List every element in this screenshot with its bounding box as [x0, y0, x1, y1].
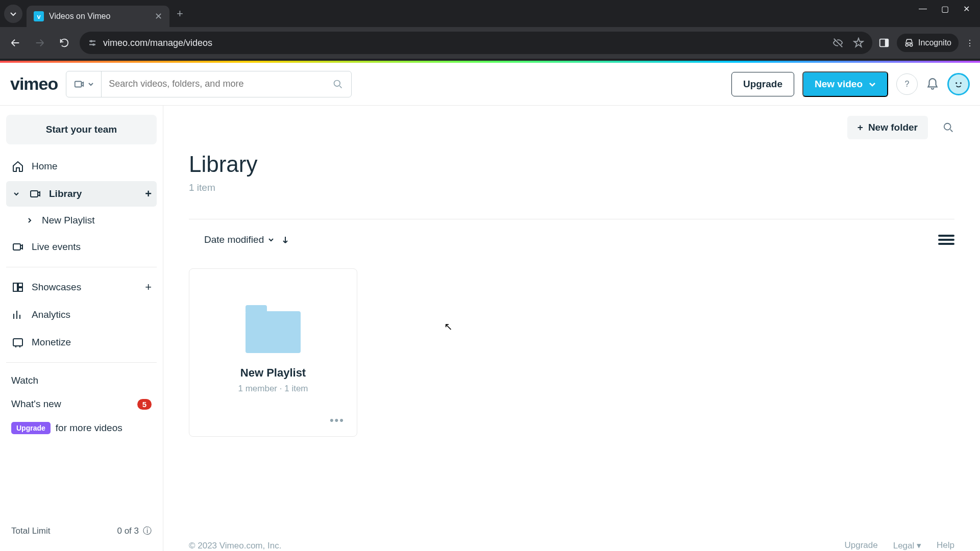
svg-rect-5 [885, 39, 888, 47]
folder-icon [246, 311, 301, 353]
svg-point-10 [960, 82, 962, 84]
total-limit: Total Limit 0 of 3 ⓘ [6, 520, 157, 542]
chevron-down-icon[interactable] [11, 190, 21, 197]
plus-icon: + [857, 122, 863, 133]
start-team-button[interactable]: Start your team [6, 115, 157, 144]
upgrade-button[interactable]: Upgrade [731, 72, 794, 96]
chevron-right-icon[interactable] [24, 217, 35, 224]
monetize-icon [11, 336, 24, 349]
browser-tab[interactable]: v Videos on Vimeo ✕ [27, 6, 169, 27]
analytics-icon [11, 308, 24, 321]
search-bar [66, 71, 352, 97]
vimeo-favicon: v [34, 11, 44, 21]
notifications-button[interactable] [926, 78, 939, 91]
eye-off-icon[interactable] [832, 37, 844, 48]
chevron-down-icon [10, 10, 17, 17]
search-scope-button[interactable] [66, 71, 102, 97]
vimeo-logo[interactable]: vimeo [10, 74, 58, 94]
footer-help-link[interactable]: Help [937, 540, 954, 551]
reload-button[interactable] [55, 34, 74, 52]
forward-button[interactable] [31, 34, 49, 52]
items-grid: New Playlist 1 member · 1 item ••• [189, 268, 954, 437]
divider [6, 267, 157, 267]
chevron-down-icon [869, 81, 876, 88]
card-menu-button[interactable]: ••• [330, 414, 345, 427]
folder-name: New Playlist [240, 366, 306, 380]
svg-rect-12 [13, 244, 20, 250]
sort-row: Date modified [189, 219, 954, 248]
app-header: vimeo Upgrade New video ? [0, 63, 980, 106]
help-button[interactable]: ? [896, 73, 918, 95]
sidebar-link-whats-new[interactable]: What's new 5 [6, 393, 157, 415]
arrow-down-icon [281, 236, 289, 244]
reload-icon [59, 37, 70, 48]
svg-rect-6 [75, 81, 82, 87]
info-icon[interactable]: ⓘ [143, 525, 152, 537]
search-icon [333, 79, 343, 89]
live-icon [11, 240, 24, 254]
new-folder-button[interactable]: + New folder [847, 116, 928, 139]
library-add-button[interactable]: + [145, 187, 152, 201]
close-tab-icon[interactable]: ✕ [155, 11, 162, 22]
sort-button[interactable]: Date modified [204, 234, 274, 245]
sidebar-item-live-events[interactable]: Live events [6, 234, 157, 260]
page-title: Library [189, 152, 954, 177]
search-icon [943, 122, 954, 133]
svg-rect-16 [13, 339, 22, 346]
upgrade-pill: Upgrade [11, 422, 51, 434]
maximize-button[interactable]: ▢ [941, 4, 949, 14]
site-settings-icon[interactable] [88, 38, 97, 47]
main-content: + New folder Library 1 item Date modifie… [163, 106, 980, 551]
svg-point-7 [334, 80, 340, 86]
new-tab-button[interactable]: + [177, 7, 183, 20]
close-window-button[interactable]: ✕ [963, 4, 970, 14]
view-list-button[interactable] [938, 232, 954, 248]
browser-menu-button[interactable]: ⋮ [966, 38, 974, 48]
side-panel-icon[interactable] [878, 37, 890, 48]
svg-rect-11 [31, 191, 38, 197]
svg-point-2 [90, 40, 93, 42]
face-icon [952, 78, 965, 91]
sidebar-item-showcases[interactable]: Showcases + [6, 274, 157, 300]
svg-point-8 [953, 79, 964, 90]
divider [6, 362, 157, 363]
video-icon [74, 79, 85, 90]
sidebar-item-library[interactable]: Library + [6, 181, 157, 207]
url-box[interactable]: vimeo.com/manage/videos [80, 32, 872, 54]
svg-point-9 [955, 82, 957, 84]
sidebar-link-watch[interactable]: Watch [6, 370, 157, 391]
sidebar-upgrade-row[interactable]: Upgrade for more videos [6, 417, 157, 439]
footer-upgrade-link[interactable]: Upgrade [844, 540, 877, 551]
home-icon [11, 160, 24, 173]
sort-direction-button[interactable] [281, 236, 289, 244]
bell-icon [926, 78, 939, 91]
sidebar-item-analytics[interactable]: Analytics [6, 302, 157, 328]
footer-links: Upgrade Legal ▾ Help [844, 540, 954, 551]
folder-card[interactable]: New Playlist 1 member · 1 item ••• [189, 268, 357, 437]
sidebar-item-monetize[interactable]: Monetize [6, 330, 157, 355]
svg-rect-13 [13, 283, 17, 291]
user-avatar[interactable] [947, 73, 970, 95]
search-input[interactable] [102, 71, 325, 97]
svg-point-3 [92, 43, 95, 46]
arrow-right-icon [34, 37, 45, 48]
url-text: vimeo.com/manage/videos [103, 38, 826, 48]
back-button[interactable] [6, 34, 24, 52]
showcases-icon [11, 281, 24, 294]
sidebar-item-new-playlist[interactable]: New Playlist [19, 209, 157, 232]
tab-search-button[interactable] [4, 5, 22, 23]
folder-meta: 1 member · 1 item [238, 384, 308, 394]
search-button[interactable] [325, 79, 351, 89]
incognito-indicator[interactable]: Incognito [897, 34, 959, 52]
bookmark-star-icon[interactable] [853, 37, 864, 48]
chevron-down-icon [88, 81, 94, 87]
showcases-add-button[interactable]: + [145, 281, 152, 294]
sidebar-item-home[interactable]: Home [6, 154, 157, 179]
address-bar: vimeo.com/manage/videos Incognito ⋮ [0, 27, 980, 59]
minimize-button[interactable]: — [919, 4, 927, 14]
content-search-button[interactable] [937, 116, 960, 139]
arrow-left-icon [10, 37, 21, 48]
footer-legal-link[interactable]: Legal ▾ [893, 540, 921, 551]
new-video-button[interactable]: New video [802, 71, 888, 97]
svg-rect-15 [18, 288, 22, 291]
